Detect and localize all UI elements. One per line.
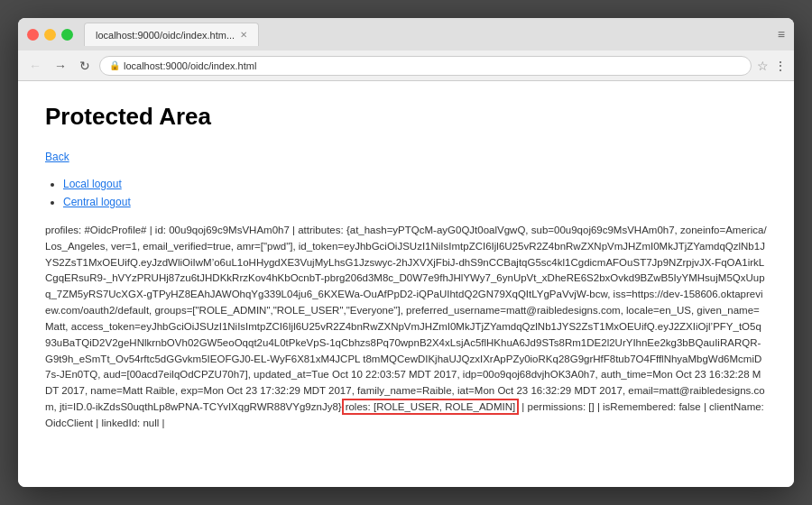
settings-icon[interactable]: ≡ bbox=[778, 27, 785, 41]
nav-list: Local logout Central logout bbox=[63, 176, 767, 210]
profile-text: profiles: #OidcProfile# | id: 00u9qoj69c… bbox=[45, 223, 767, 432]
tab-label: localhost:9000/oidc/index.htm... bbox=[96, 30, 235, 41]
roles-highlight: roles: [ROLE_USER, ROLE_ADMIN] bbox=[342, 399, 520, 415]
page-title: Protected Area bbox=[45, 99, 767, 134]
bookmark-icon[interactable]: ☆ bbox=[757, 59, 769, 73]
back-nav-button[interactable]: ← bbox=[25, 57, 45, 75]
reload-button[interactable]: ↻ bbox=[76, 57, 94, 75]
forward-nav-button[interactable]: → bbox=[51, 57, 70, 75]
address-field[interactable]: 🔒 localhost:9000/oidc/index.html bbox=[99, 56, 752, 76]
titlebar-icons: ≡ bbox=[778, 27, 785, 41]
address-text: localhost:9000/oidc/index.html bbox=[124, 60, 256, 71]
minimize-button[interactable] bbox=[44, 29, 56, 41]
browser-window: localhost:9000/oidc/index.htm... ✕ ≡ ← →… bbox=[18, 18, 794, 487]
lock-icon: 🔒 bbox=[109, 60, 120, 70]
close-button[interactable] bbox=[27, 29, 39, 41]
addressbar: ← → ↻ 🔒 localhost:9000/oidc/index.html ☆… bbox=[18, 50, 794, 81]
profile-text-before: profiles: #OidcProfile# | id: 00u9qoj69c… bbox=[45, 225, 767, 412]
tab-bar: localhost:9000/oidc/index.htm... ✕ bbox=[84, 23, 778, 46]
traffic-lights bbox=[27, 29, 73, 41]
list-item: Central logout bbox=[63, 194, 767, 210]
back-link[interactable]: Back bbox=[45, 149, 69, 165]
central-logout-link[interactable]: Central logout bbox=[63, 196, 131, 208]
titlebar: localhost:9000/oidc/index.htm... ✕ ≡ bbox=[18, 18, 794, 50]
browser-tab[interactable]: localhost:9000/oidc/index.htm... ✕ bbox=[84, 23, 259, 46]
maximize-button[interactable] bbox=[61, 29, 73, 41]
menu-icon[interactable]: ⋮ bbox=[774, 59, 787, 73]
page-content: Protected Area Back Local logout Central… bbox=[18, 81, 794, 487]
local-logout-link[interactable]: Local logout bbox=[63, 178, 122, 190]
list-item: Local logout bbox=[63, 176, 767, 192]
tab-close-icon[interactable]: ✕ bbox=[240, 30, 247, 40]
